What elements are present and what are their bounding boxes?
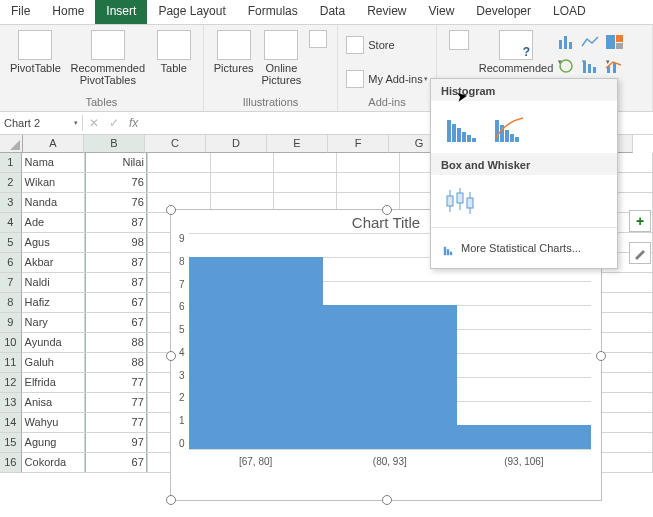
row-header[interactable]: 16 <box>0 453 22 473</box>
cell[interactable]: Nilai <box>85 153 148 173</box>
cell[interactable]: Cokorda <box>22 453 85 473</box>
store-button[interactable]: Store <box>344 34 429 56</box>
pivottable-button[interactable]: PivotTable <box>6 28 65 96</box>
resize-handle[interactable] <box>166 351 176 361</box>
histogram-option[interactable] <box>441 107 481 143</box>
fx-icon[interactable]: fx <box>129 116 138 130</box>
tab-page-layout[interactable]: Page Layout <box>147 0 236 24</box>
cell[interactable]: Agung <box>22 433 85 453</box>
online-pictures-button[interactable]: Online Pictures <box>258 28 306 96</box>
cell[interactable]: Wahyu <box>22 413 85 433</box>
row-header[interactable]: 13 <box>0 393 22 413</box>
pictures-button[interactable]: Pictures <box>210 28 258 96</box>
select-all-corner[interactable] <box>0 135 23 153</box>
row-header[interactable]: 12 <box>0 373 22 393</box>
tab-home[interactable]: Home <box>41 0 95 24</box>
recommended-pivottables-button[interactable]: Recommended PivotTables <box>65 28 151 96</box>
resize-handle[interactable] <box>596 351 606 361</box>
cell[interactable] <box>337 173 400 193</box>
cell[interactable] <box>274 173 337 193</box>
cell[interactable]: Wikan <box>22 173 85 193</box>
cell[interactable]: Agus <box>22 233 85 253</box>
maps-chart-icon[interactable]: ▾ <box>557 58 577 74</box>
tab-view[interactable]: View <box>418 0 466 24</box>
resize-handle[interactable] <box>166 495 176 505</box>
cell[interactable]: 87 <box>85 213 148 233</box>
row-header[interactable]: 10 <box>0 333 22 353</box>
tab-formulas[interactable]: Formulas <box>237 0 309 24</box>
tab-developer[interactable]: Developer <box>465 0 542 24</box>
row-header[interactable]: 7 <box>0 273 22 293</box>
tab-insert[interactable]: Insert <box>95 0 147 24</box>
cell[interactable]: Naldi <box>22 273 85 293</box>
col-header[interactable]: A <box>23 135 84 153</box>
column-chart-icon[interactable]: ▾ <box>557 34 577 50</box>
tab-load[interactable]: LOAD <box>542 0 597 24</box>
cell[interactable]: Ade <box>22 213 85 233</box>
cell[interactable]: 76 <box>85 193 148 213</box>
cell[interactable]: Nanda <box>22 193 85 213</box>
cell[interactable] <box>211 153 274 173</box>
cell[interactable] <box>148 173 211 193</box>
chart-styles-button[interactable] <box>629 242 651 264</box>
row-header[interactable]: 2 <box>0 173 22 193</box>
chart-bar[interactable] <box>457 425 591 449</box>
cell[interactable] <box>274 153 337 173</box>
cell[interactable]: 67 <box>85 453 148 473</box>
name-box[interactable]: Chart 2▾ <box>0 115 83 131</box>
chart-bar[interactable] <box>323 305 457 449</box>
cell[interactable]: 77 <box>85 373 148 393</box>
cancel-icon[interactable]: ✕ <box>89 116 99 130</box>
cell[interactable]: Hafiz <box>22 293 85 313</box>
cell[interactable] <box>211 173 274 193</box>
shapes-button[interactable] <box>305 28 331 96</box>
cell[interactable]: 98 <box>85 233 148 253</box>
cell[interactable]: 87 <box>85 253 148 273</box>
resize-handle[interactable] <box>382 205 392 215</box>
chart-elements-button[interactable]: + <box>629 210 651 232</box>
table-button[interactable]: Table <box>151 28 197 96</box>
row-header[interactable]: 5 <box>0 233 22 253</box>
col-header[interactable]: B <box>84 135 145 153</box>
enter-icon[interactable]: ✓ <box>109 116 119 130</box>
col-header[interactable]: C <box>145 135 206 153</box>
row-header[interactable]: 14 <box>0 413 22 433</box>
row-header[interactable]: 9 <box>0 313 22 333</box>
cell[interactable] <box>148 153 211 173</box>
row-header[interactable]: 3 <box>0 193 22 213</box>
cell[interactable]: Nama <box>22 153 85 173</box>
resize-handle[interactable] <box>382 495 392 505</box>
pareto-option[interactable] <box>487 107 527 143</box>
row-header[interactable]: 1 <box>0 153 22 173</box>
cell[interactable]: Nary <box>22 313 85 333</box>
chart-bar[interactable] <box>189 257 323 449</box>
more-statistical-charts[interactable]: More Statistical Charts... <box>431 227 617 268</box>
cell[interactable] <box>337 153 400 173</box>
statistic-chart-icon[interactable]: ▾ <box>581 58 601 74</box>
row-header[interactable]: 6 <box>0 253 22 273</box>
cell[interactable]: 77 <box>85 393 148 413</box>
cell[interactable]: 88 <box>85 333 148 353</box>
cell[interactable]: 88 <box>85 353 148 373</box>
cell[interactable]: Anisa <box>22 393 85 413</box>
col-header[interactable]: D <box>206 135 267 153</box>
cell[interactable]: Ayunda <box>22 333 85 353</box>
cell[interactable]: Akbar <box>22 253 85 273</box>
tab-file[interactable]: File <box>0 0 41 24</box>
tab-review[interactable]: Review <box>356 0 417 24</box>
cell[interactable]: 76 <box>85 173 148 193</box>
line-chart-icon[interactable]: ▾ <box>581 34 601 50</box>
col-header[interactable]: E <box>267 135 328 153</box>
chevron-down-icon[interactable]: ▾ <box>74 119 78 127</box>
cell[interactable]: 77 <box>85 413 148 433</box>
cell[interactable]: Galuh <box>22 353 85 373</box>
my-addins-button[interactable]: My Add-ins▾ <box>344 68 429 90</box>
treemap-chart-icon[interactable]: ▾ <box>605 34 625 50</box>
combo-chart-icon[interactable]: ▾ <box>605 58 625 74</box>
cell[interactable]: 67 <box>85 293 148 313</box>
box-whisker-option[interactable] <box>441 181 481 217</box>
row-header[interactable]: 8 <box>0 293 22 313</box>
row-header[interactable]: 15 <box>0 433 22 453</box>
tab-data[interactable]: Data <box>309 0 356 24</box>
cell[interactable]: 97 <box>85 433 148 453</box>
